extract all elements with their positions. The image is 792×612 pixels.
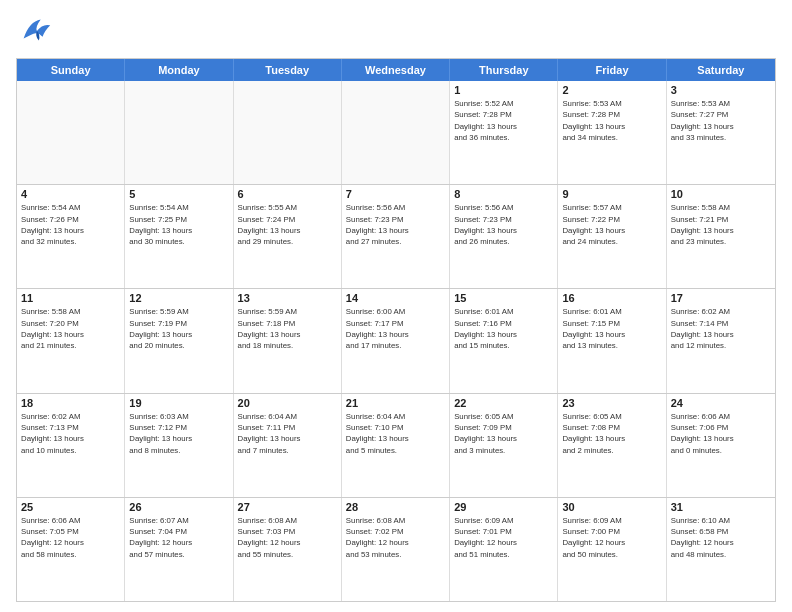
day-info: Sunrise: 6:01 AM Sunset: 7:15 PM Dayligh…: [562, 306, 661, 351]
day-info: Sunrise: 6:09 AM Sunset: 7:01 PM Dayligh…: [454, 515, 553, 560]
day-number: 21: [346, 397, 445, 409]
day-info: Sunrise: 6:03 AM Sunset: 7:12 PM Dayligh…: [129, 411, 228, 456]
day-number: 29: [454, 501, 553, 513]
calendar-cell: 14Sunrise: 6:00 AM Sunset: 7:17 PM Dayli…: [342, 289, 450, 392]
day-number: 3: [671, 84, 771, 96]
day-number: 1: [454, 84, 553, 96]
calendar-row: 1Sunrise: 5:52 AM Sunset: 7:28 PM Daylig…: [17, 81, 775, 185]
calendar-cell: 29Sunrise: 6:09 AM Sunset: 7:01 PM Dayli…: [450, 498, 558, 601]
day-info: Sunrise: 6:05 AM Sunset: 7:09 PM Dayligh…: [454, 411, 553, 456]
day-info: Sunrise: 6:10 AM Sunset: 6:58 PM Dayligh…: [671, 515, 771, 560]
calendar-cell: 30Sunrise: 6:09 AM Sunset: 7:00 PM Dayli…: [558, 498, 666, 601]
calendar-cell: 5Sunrise: 5:54 AM Sunset: 7:25 PM Daylig…: [125, 185, 233, 288]
day-info: Sunrise: 5:52 AM Sunset: 7:28 PM Dayligh…: [454, 98, 553, 143]
calendar-cell: 6Sunrise: 5:55 AM Sunset: 7:24 PM Daylig…: [234, 185, 342, 288]
day-info: Sunrise: 6:08 AM Sunset: 7:02 PM Dayligh…: [346, 515, 445, 560]
calendar-cell: 31Sunrise: 6:10 AM Sunset: 6:58 PM Dayli…: [667, 498, 775, 601]
day-info: Sunrise: 6:02 AM Sunset: 7:13 PM Dayligh…: [21, 411, 120, 456]
calendar-cell: [234, 81, 342, 184]
calendar-header: SundayMondayTuesdayWednesdayThursdayFrid…: [17, 59, 775, 81]
day-number: 19: [129, 397, 228, 409]
day-info: Sunrise: 6:04 AM Sunset: 7:11 PM Dayligh…: [238, 411, 337, 456]
day-number: 18: [21, 397, 120, 409]
calendar-cell: 13Sunrise: 5:59 AM Sunset: 7:18 PM Dayli…: [234, 289, 342, 392]
logo: [16, 12, 56, 50]
day-number: 16: [562, 292, 661, 304]
day-number: 14: [346, 292, 445, 304]
day-number: 31: [671, 501, 771, 513]
day-number: 10: [671, 188, 771, 200]
day-number: 7: [346, 188, 445, 200]
day-info: Sunrise: 6:02 AM Sunset: 7:14 PM Dayligh…: [671, 306, 771, 351]
day-info: Sunrise: 6:01 AM Sunset: 7:16 PM Dayligh…: [454, 306, 553, 351]
day-number: 23: [562, 397, 661, 409]
calendar-cell: 18Sunrise: 6:02 AM Sunset: 7:13 PM Dayli…: [17, 394, 125, 497]
header: [16, 12, 776, 50]
calendar-cell: 28Sunrise: 6:08 AM Sunset: 7:02 PM Dayli…: [342, 498, 450, 601]
calendar-cell: 22Sunrise: 6:05 AM Sunset: 7:09 PM Dayli…: [450, 394, 558, 497]
calendar-cell: 26Sunrise: 6:07 AM Sunset: 7:04 PM Dayli…: [125, 498, 233, 601]
day-info: Sunrise: 6:04 AM Sunset: 7:10 PM Dayligh…: [346, 411, 445, 456]
weekday-header: Thursday: [450, 59, 558, 81]
day-info: Sunrise: 5:55 AM Sunset: 7:24 PM Dayligh…: [238, 202, 337, 247]
day-info: Sunrise: 6:00 AM Sunset: 7:17 PM Dayligh…: [346, 306, 445, 351]
calendar-row: 18Sunrise: 6:02 AM Sunset: 7:13 PM Dayli…: [17, 394, 775, 498]
day-number: 8: [454, 188, 553, 200]
day-info: Sunrise: 6:06 AM Sunset: 7:06 PM Dayligh…: [671, 411, 771, 456]
day-info: Sunrise: 5:54 AM Sunset: 7:25 PM Dayligh…: [129, 202, 228, 247]
calendar-cell: 9Sunrise: 5:57 AM Sunset: 7:22 PM Daylig…: [558, 185, 666, 288]
calendar-cell: 7Sunrise: 5:56 AM Sunset: 7:23 PM Daylig…: [342, 185, 450, 288]
logo-icon: [16, 12, 54, 50]
day-number: 15: [454, 292, 553, 304]
day-info: Sunrise: 6:06 AM Sunset: 7:05 PM Dayligh…: [21, 515, 120, 560]
weekday-header: Monday: [125, 59, 233, 81]
calendar-cell: 8Sunrise: 5:56 AM Sunset: 7:23 PM Daylig…: [450, 185, 558, 288]
calendar-cell: [17, 81, 125, 184]
day-info: Sunrise: 6:07 AM Sunset: 7:04 PM Dayligh…: [129, 515, 228, 560]
calendar: SundayMondayTuesdayWednesdayThursdayFrid…: [16, 58, 776, 602]
weekday-header: Wednesday: [342, 59, 450, 81]
calendar-cell: 12Sunrise: 5:59 AM Sunset: 7:19 PM Dayli…: [125, 289, 233, 392]
calendar-row: 11Sunrise: 5:58 AM Sunset: 7:20 PM Dayli…: [17, 289, 775, 393]
day-number: 22: [454, 397, 553, 409]
day-number: 28: [346, 501, 445, 513]
calendar-cell: [125, 81, 233, 184]
weekday-header: Tuesday: [234, 59, 342, 81]
day-number: 20: [238, 397, 337, 409]
calendar-body: 1Sunrise: 5:52 AM Sunset: 7:28 PM Daylig…: [17, 81, 775, 601]
calendar-cell: 23Sunrise: 6:05 AM Sunset: 7:08 PM Dayli…: [558, 394, 666, 497]
calendar-cell: 19Sunrise: 6:03 AM Sunset: 7:12 PM Dayli…: [125, 394, 233, 497]
calendar-cell: 11Sunrise: 5:58 AM Sunset: 7:20 PM Dayli…: [17, 289, 125, 392]
day-number: 5: [129, 188, 228, 200]
day-number: 30: [562, 501, 661, 513]
day-number: 26: [129, 501, 228, 513]
calendar-cell: 3Sunrise: 5:53 AM Sunset: 7:27 PM Daylig…: [667, 81, 775, 184]
day-info: Sunrise: 6:05 AM Sunset: 7:08 PM Dayligh…: [562, 411, 661, 456]
calendar-cell: 24Sunrise: 6:06 AM Sunset: 7:06 PM Dayli…: [667, 394, 775, 497]
day-number: 27: [238, 501, 337, 513]
day-number: 13: [238, 292, 337, 304]
day-info: Sunrise: 5:58 AM Sunset: 7:20 PM Dayligh…: [21, 306, 120, 351]
day-info: Sunrise: 5:58 AM Sunset: 7:21 PM Dayligh…: [671, 202, 771, 247]
calendar-cell: 20Sunrise: 6:04 AM Sunset: 7:11 PM Dayli…: [234, 394, 342, 497]
calendar-cell: 25Sunrise: 6:06 AM Sunset: 7:05 PM Dayli…: [17, 498, 125, 601]
weekday-header: Saturday: [667, 59, 775, 81]
day-number: 25: [21, 501, 120, 513]
calendar-cell: 17Sunrise: 6:02 AM Sunset: 7:14 PM Dayli…: [667, 289, 775, 392]
weekday-header: Sunday: [17, 59, 125, 81]
day-number: 24: [671, 397, 771, 409]
day-number: 4: [21, 188, 120, 200]
day-info: Sunrise: 6:08 AM Sunset: 7:03 PM Dayligh…: [238, 515, 337, 560]
calendar-row: 4Sunrise: 5:54 AM Sunset: 7:26 PM Daylig…: [17, 185, 775, 289]
calendar-cell: 2Sunrise: 5:53 AM Sunset: 7:28 PM Daylig…: [558, 81, 666, 184]
calendar-cell: [342, 81, 450, 184]
day-number: 2: [562, 84, 661, 96]
day-info: Sunrise: 5:56 AM Sunset: 7:23 PM Dayligh…: [454, 202, 553, 247]
calendar-row: 25Sunrise: 6:06 AM Sunset: 7:05 PM Dayli…: [17, 498, 775, 601]
calendar-cell: 16Sunrise: 6:01 AM Sunset: 7:15 PM Dayli…: [558, 289, 666, 392]
calendar-cell: 10Sunrise: 5:58 AM Sunset: 7:21 PM Dayli…: [667, 185, 775, 288]
day-info: Sunrise: 5:59 AM Sunset: 7:18 PM Dayligh…: [238, 306, 337, 351]
calendar-cell: 15Sunrise: 6:01 AM Sunset: 7:16 PM Dayli…: [450, 289, 558, 392]
calendar-cell: 4Sunrise: 5:54 AM Sunset: 7:26 PM Daylig…: [17, 185, 125, 288]
day-number: 12: [129, 292, 228, 304]
